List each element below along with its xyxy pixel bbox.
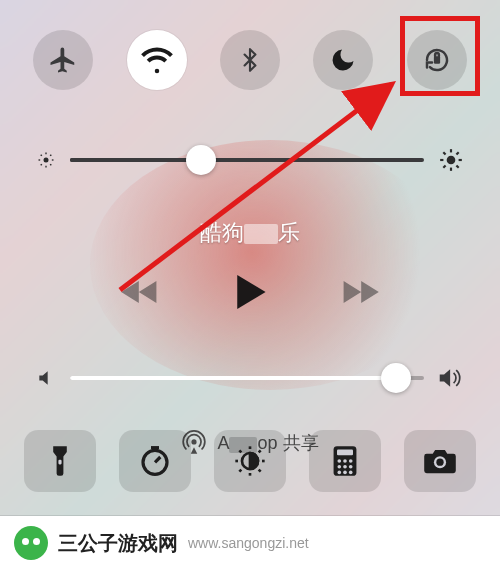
svg-line-18 — [456, 152, 458, 154]
play-button[interactable] — [233, 272, 267, 312]
svg-point-1 — [44, 158, 49, 163]
svg-point-37 — [349, 459, 353, 463]
svg-point-41 — [337, 471, 341, 475]
svg-rect-34 — [337, 450, 353, 456]
airplane-mode-icon — [48, 45, 78, 75]
svg-line-29 — [239, 450, 241, 452]
now-playing-prefix: 酷狗 — [200, 220, 244, 245]
svg-line-15 — [443, 152, 445, 154]
volume-max-icon — [438, 366, 464, 390]
watermark-url: www.sangongzi.net — [188, 535, 309, 551]
volume-thumb[interactable] — [381, 363, 411, 393]
svg-point-39 — [343, 465, 347, 469]
svg-rect-20 — [58, 460, 61, 465]
do-not-disturb-toggle[interactable] — [313, 30, 373, 90]
svg-point-40 — [349, 465, 353, 469]
brightness-low-icon — [36, 150, 56, 170]
night-shift-shortcut[interactable] — [214, 430, 286, 492]
brightness-high-icon — [438, 147, 464, 173]
svg-line-31 — [239, 470, 241, 472]
brightness-slider-row — [36, 140, 464, 180]
volume-mute-icon — [36, 368, 56, 388]
svg-line-32 — [259, 450, 261, 452]
flashlight-icon — [48, 444, 72, 478]
flashlight-shortcut[interactable] — [24, 430, 96, 492]
night-shift-icon — [234, 445, 266, 477]
airplane-mode-toggle[interactable] — [33, 30, 93, 90]
brightness-thumb[interactable] — [186, 145, 216, 175]
volume-slider-row — [36, 358, 464, 398]
svg-line-46 — [120, 84, 392, 290]
camera-shortcut[interactable] — [404, 430, 476, 492]
instruction-highlight-box — [400, 16, 480, 96]
svg-line-6 — [41, 155, 42, 156]
shortcut-row — [24, 430, 476, 492]
now-playing-title: 酷狗乐 — [0, 218, 500, 248]
camera-icon — [423, 447, 457, 475]
media-transport-row — [0, 272, 500, 312]
instruction-arrow — [110, 70, 420, 300]
svg-line-16 — [456, 165, 458, 167]
watermark-logo-icon — [14, 526, 48, 560]
svg-point-10 — [447, 156, 456, 165]
watermark-title: 三公子游戏网 — [58, 530, 178, 557]
now-playing-suffix: 乐 — [278, 220, 300, 245]
svg-line-8 — [41, 164, 42, 165]
svg-line-7 — [50, 164, 51, 165]
do-not-disturb-icon — [329, 46, 357, 74]
brightness-slider[interactable] — [70, 158, 424, 162]
svg-point-21 — [143, 450, 167, 474]
svg-point-45 — [436, 459, 443, 466]
svg-line-17 — [443, 165, 445, 167]
svg-point-36 — [343, 459, 347, 463]
play-icon — [233, 272, 267, 312]
bluetooth-toggle[interactable] — [220, 30, 280, 90]
volume-fill — [70, 376, 396, 380]
calculator-icon — [332, 445, 358, 477]
next-track-button[interactable] — [337, 276, 381, 308]
timer-icon — [139, 445, 171, 477]
svg-point-42 — [343, 471, 347, 475]
censored-text — [244, 224, 278, 244]
volume-slider[interactable] — [70, 376, 424, 380]
wifi-icon — [141, 44, 173, 76]
wifi-toggle[interactable] — [127, 30, 187, 90]
timer-shortcut[interactable] — [119, 430, 191, 492]
brightness-fill — [70, 158, 201, 162]
svg-point-35 — [337, 459, 341, 463]
rewind-icon — [119, 276, 163, 308]
control-center-panel: 酷狗乐 Aop 共享 — [0, 0, 500, 570]
svg-line-22 — [155, 457, 160, 462]
svg-line-30 — [259, 470, 261, 472]
svg-point-43 — [349, 471, 353, 475]
svg-point-38 — [337, 465, 341, 469]
watermark-bar: 三公子游戏网 www.sangongzi.net — [0, 516, 500, 570]
fast-forward-icon — [337, 276, 381, 308]
svg-line-9 — [50, 155, 51, 156]
bluetooth-icon — [237, 45, 263, 75]
control-center-screenshot: 酷狗乐 Aop 共享 — [0, 0, 500, 570]
previous-track-button[interactable] — [119, 276, 163, 308]
calculator-shortcut[interactable] — [309, 430, 381, 492]
